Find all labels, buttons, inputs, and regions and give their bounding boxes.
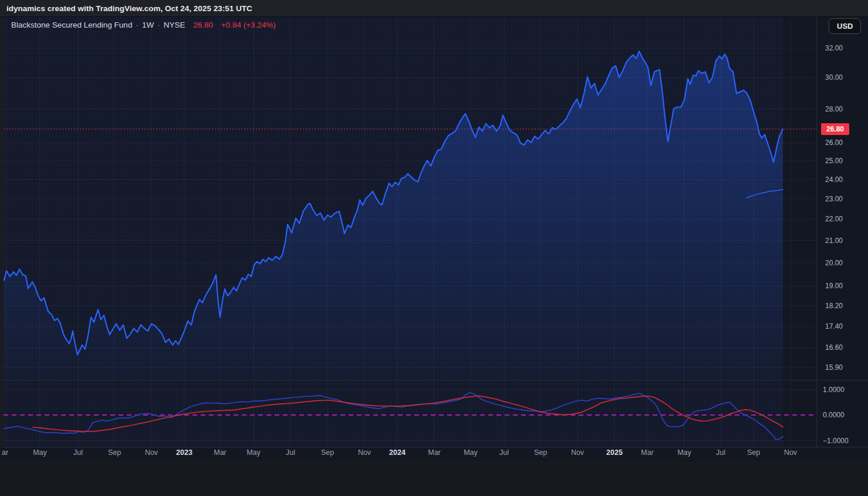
last-price-label: 26.80	[821, 123, 849, 135]
time-tick-label: Sep	[747, 448, 760, 457]
time-tick-label: Nov	[571, 448, 584, 457]
indicator-tick-label: 0.0000	[823, 411, 845, 419]
price-tick-label: 21.00	[825, 237, 843, 245]
symbol-interval: 1W	[142, 21, 154, 29]
price-tick-label: 30.00	[825, 73, 843, 82]
indicator-tick-label: 1.0000	[823, 386, 845, 394]
separator-dot: ·	[136, 21, 139, 29]
snapshot-title-bar: idynamics created with TradingView.com, …	[0, 0, 868, 17]
time-tick-label: ar	[2, 448, 8, 457]
price-change: +0.84 (+3.24%)	[221, 21, 276, 29]
time-tick-label: May	[33, 448, 47, 457]
time-tick-label: Mar	[641, 448, 654, 457]
time-tick-label: May	[464, 448, 478, 457]
left-margin	[0, 17, 4, 447]
time-tick-label: Jul	[73, 448, 83, 457]
currency-button[interactable]: USD	[829, 18, 861, 34]
time-tick-label: Sep	[534, 448, 547, 457]
indicator-tick-label: −1.0000	[823, 437, 849, 445]
price-tick-label: 15.90	[825, 363, 843, 372]
snapshot-title: idynamics created with TradingView.com, …	[6, 4, 252, 13]
time-tick-label: Sep	[108, 448, 121, 457]
time-tick-label: Jul	[286, 448, 295, 457]
price-tick-label: 28.00	[825, 105, 843, 113]
time-tick-label: 2025	[606, 448, 623, 457]
time-tick-label: Sep	[321, 448, 334, 457]
last-price: 26.80	[193, 21, 213, 29]
time-tick-label: Mar	[428, 448, 441, 457]
price-tick-label: 24.00	[825, 176, 843, 184]
price-tick-label: 26.00	[825, 139, 843, 147]
price-tick-label: 32.00	[825, 44, 843, 52]
time-tick-label: May	[677, 448, 691, 457]
price-tick-label: 20.00	[825, 259, 843, 267]
price-tick-label: 16.60	[825, 343, 843, 352]
time-tick-label: Nov	[358, 448, 371, 457]
price-tick-label: 25.00	[825, 157, 843, 165]
time-tick-label: Mar	[214, 448, 227, 457]
footer-bar: TradingView	[0, 461, 868, 496]
price-tick-label: 19.00	[825, 282, 843, 290]
price-tick-label: 22.00	[825, 215, 843, 223]
symbol-exchange: NYSE	[164, 21, 185, 29]
price-tick-label: 18.20	[825, 302, 843, 310]
chart-graphics	[0, 17, 868, 461]
time-tick-label: 2023	[176, 448, 192, 457]
tradingview-snapshot: idynamics created with TradingView.com, …	[0, 0, 868, 496]
time-tick-label: 2024	[389, 448, 406, 457]
time-tick-label: May	[246, 448, 261, 457]
price-tick-label: 17.40	[825, 322, 843, 330]
separator-dot: ·	[157, 21, 160, 29]
price-tick-label: 23.00	[825, 195, 843, 203]
symbol-name: Blackstone Secured Lending Fund	[11, 21, 132, 29]
chart-canvas[interactable]	[0, 17, 868, 461]
time-tick-label: Jul	[716, 448, 725, 457]
symbol-header[interactable]: Blackstone Secured Lending Fund·1W·NYSE …	[11, 21, 276, 29]
time-tick-label: Nov	[784, 448, 797, 457]
time-tick-label: Nov	[145, 448, 158, 457]
time-tick-label: Jul	[499, 448, 509, 457]
